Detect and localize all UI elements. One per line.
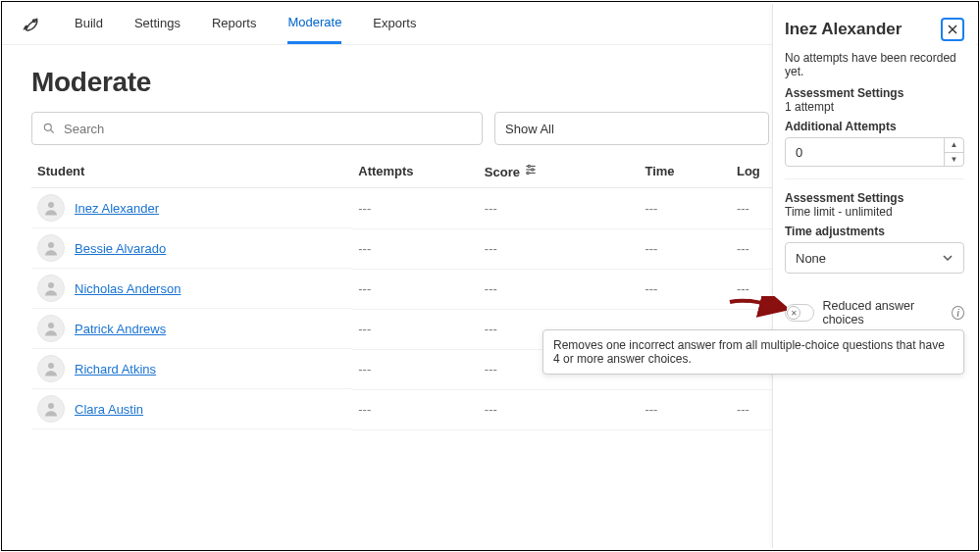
additional-attempts-label: Additional Attempts — [785, 120, 964, 133]
svg-point-12 — [48, 323, 54, 328]
student-link[interactable]: Patrick Andrews — [75, 322, 166, 336]
toggle-off-icon: ✕ — [787, 306, 800, 320]
close-panel-button[interactable] — [941, 18, 964, 41]
panel-title: Inez Alexander — [785, 20, 902, 39]
th-attempts[interactable]: Attempts — [352, 155, 479, 188]
spinner-buttons: ▲ ▼ — [944, 138, 963, 166]
panel-divider — [785, 178, 964, 179]
show-all-dropdown[interactable]: Show All — [494, 112, 769, 145]
avatar — [37, 355, 65, 382]
search-placeholder: Search — [64, 122, 104, 136]
additional-attempts-value: 0 — [786, 145, 944, 160]
search-input[interactable]: Search — [31, 112, 483, 145]
cell-attempts: --- — [352, 228, 479, 269]
cell-attempts: --- — [352, 309, 479, 349]
student-link[interactable]: Nicholas Anderson — [75, 281, 181, 296]
search-icon — [42, 122, 56, 135]
cell-score: --- — [479, 188, 640, 229]
nav-build[interactable]: Build — [75, 4, 103, 42]
reduced-answer-label: Reduced answer choices — [822, 299, 944, 326]
svg-point-9 — [48, 202, 54, 208]
student-link[interactable]: Clara Austin — [75, 402, 143, 417]
chevron-down-icon — [942, 252, 954, 264]
student-link[interactable]: Bessie Alvarado — [75, 241, 166, 256]
reduced-answer-toggle[interactable]: ✕ — [785, 304, 814, 322]
student-link[interactable]: Inez Alexander — [75, 201, 159, 216]
close-icon — [948, 25, 957, 34]
assessment-settings-label-2: Assessment Settings — [785, 191, 964, 205]
th-score-label: Score — [485, 165, 520, 179]
reduced-answer-tooltip: Removes one incorrect answer from all mu… — [542, 329, 964, 375]
assessment-settings-label: Assessment Settings — [785, 86, 964, 100]
th-score[interactable]: Score — [479, 155, 640, 188]
nav-moderate[interactable]: Moderate — [287, 3, 341, 44]
additional-attempts-input[interactable]: 0 ▲ ▼ — [785, 137, 964, 167]
info-icon[interactable]: i — [952, 306, 964, 320]
th-student[interactable]: Student — [31, 155, 352, 188]
time-limit-text: Time limit - unlimited — [785, 205, 964, 219]
cell-attempts: --- — [352, 349, 479, 389]
sliders-icon[interactable] — [524, 163, 538, 176]
time-adjustments-label: Time adjustments — [785, 225, 964, 238]
th-time[interactable]: Time — [639, 155, 731, 188]
reduced-answer-row: ✕ Reduced answer choices i — [785, 299, 964, 326]
svg-point-1 — [44, 124, 51, 130]
rocket-icon — [22, 13, 43, 34]
svg-point-10 — [48, 242, 54, 248]
cell-attempts: --- — [352, 389, 479, 429]
attempts-count-text: 1 attempt — [785, 100, 964, 114]
cell-score: --- — [479, 389, 640, 429]
nav-settings[interactable]: Settings — [134, 4, 181, 42]
cell-time: --- — [639, 269, 731, 309]
app-frame: Build Settings Reports Moderate Exports … — [1, 1, 979, 551]
nav-reports[interactable]: Reports — [212, 4, 257, 42]
spinner-down-icon[interactable]: ▼ — [945, 153, 963, 167]
cell-time: --- — [639, 389, 731, 429]
svg-point-13 — [48, 363, 54, 369]
svg-point-6 — [531, 169, 533, 171]
cell-time: --- — [639, 188, 731, 229]
svg-point-11 — [48, 282, 54, 288]
spinner-up-icon[interactable]: ▲ — [945, 138, 963, 153]
svg-line-2 — [51, 130, 54, 133]
time-adjustments-value: None — [796, 251, 826, 266]
avatar — [37, 275, 65, 302]
nav-exports[interactable]: Exports — [373, 4, 416, 42]
cell-time: --- — [639, 228, 731, 269]
avatar — [37, 194, 65, 222]
cell-attempts: --- — [352, 188, 479, 229]
cell-attempts: --- — [352, 269, 479, 309]
svg-point-4 — [528, 165, 530, 167]
time-adjustments-select[interactable]: None — [785, 242, 964, 274]
avatar — [37, 315, 65, 342]
svg-point-14 — [48, 403, 54, 409]
student-detail-panel: Inez Alexander No attempts have been rec… — [772, 4, 976, 548]
no-attempts-text: No attempts have been recorded yet. — [785, 51, 964, 78]
cell-score: --- — [479, 228, 640, 269]
annotation-arrow-icon — [728, 296, 787, 320]
student-link[interactable]: Richard Atkins — [75, 362, 156, 376]
svg-point-8 — [526, 172, 528, 174]
show-all-value: Show All — [505, 122, 554, 136]
cell-score: --- — [479, 269, 640, 309]
avatar — [37, 395, 65, 423]
avatar — [37, 234, 65, 262]
